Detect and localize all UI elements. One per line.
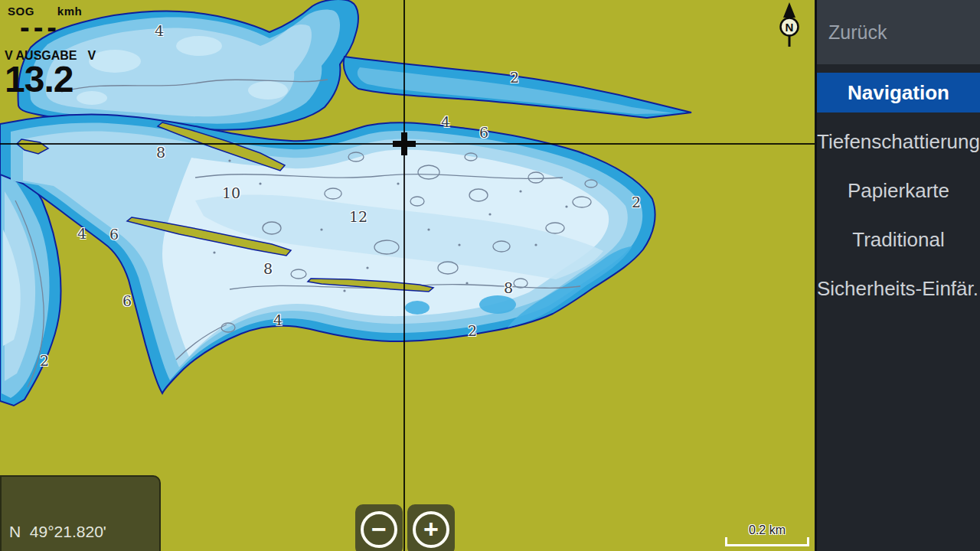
position-latitude: N 49°21.820' <box>9 522 159 542</box>
menu-item-papierkarte[interactable]: Papierkarte <box>817 171 980 210</box>
menu-item-tiefenschattierung[interactable]: Tiefenschattierung <box>817 122 980 161</box>
depth-label: 2 <box>40 352 49 369</box>
settings-menu-panel: Zurück Navigation Tiefenschattierung Pap… <box>815 0 980 551</box>
menu-item-sicherheits-einfaerbung[interactable]: Sicherheits-Einfär... <box>817 269 980 308</box>
depth-label: 12 <box>349 208 368 225</box>
cursor-crosshair-vertical <box>403 0 405 551</box>
svg-text:N: N <box>786 21 794 34</box>
plus-icon: + <box>413 511 449 548</box>
depth-label: 6 <box>122 292 132 309</box>
map-scale-bar: 0.2 km <box>725 528 809 548</box>
position-info-box: N 49°21.820' E 8°29.088' 7.11 km, 245 °M <box>0 475 161 551</box>
voltage-unit: V <box>88 49 96 62</box>
scale-label: 0.2 km <box>725 523 809 537</box>
map-cursor <box>401 132 407 155</box>
menu-item-navigation[interactable]: Navigation <box>817 73 980 112</box>
zoom-in-button[interactable]: + <box>407 504 455 551</box>
depth-label: 4 <box>273 311 283 328</box>
north-compass-icon: N <box>774 2 805 51</box>
depth-label: 4 <box>77 225 87 242</box>
map-area[interactable]: 424681012246868422 SOGkmh --- V AUSGABEV… <box>0 0 815 551</box>
depth-label: 2 <box>468 322 477 339</box>
sog-readout: SOGkmh --- <box>8 5 82 37</box>
voltage-value: 13.2 <box>5 63 96 96</box>
depth-label: 6 <box>109 226 119 243</box>
depth-label: 8 <box>504 279 513 296</box>
depth-label: 4 <box>441 113 450 130</box>
menu-items: Navigation Tiefenschattierung Papierkart… <box>817 73 980 308</box>
depth-label: 2 <box>510 69 519 86</box>
voltage-readout: V AUSGABEV 13.2 <box>5 49 96 96</box>
lake-chart-graphic <box>0 0 815 551</box>
depth-label: 8 <box>156 144 165 161</box>
depth-label: 2 <box>632 194 641 210</box>
sog-value: --- <box>20 18 82 37</box>
sog-unit: kmh <box>57 5 82 18</box>
menu-item-traditional[interactable]: Traditional <box>817 220 980 259</box>
chartplotter-screen: 424681012246868422 SOGkmh --- V AUSGABEV… <box>0 0 980 551</box>
depth-label: 4 <box>155 22 164 39</box>
depth-label: 6 <box>479 124 488 141</box>
zoom-controls: − + <box>355 504 456 551</box>
zoom-out-button[interactable]: − <box>355 504 403 551</box>
scale-bracket <box>725 537 809 546</box>
back-button-label: Zurück <box>828 21 887 43</box>
back-button[interactable]: Zurück <box>817 0 980 64</box>
depth-label: 10 <box>222 184 240 201</box>
depth-label: 8 <box>263 260 273 277</box>
minus-icon: − <box>361 511 397 548</box>
